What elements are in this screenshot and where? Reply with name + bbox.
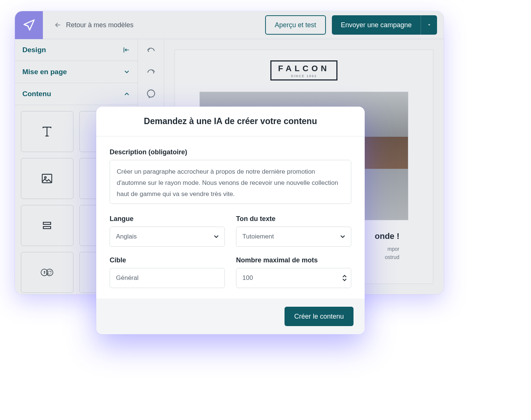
preview-button[interactable]: Aperçu et test xyxy=(265,15,326,35)
svg-rect-5 xyxy=(43,227,51,229)
ai-content-modal: Demandez à une IA de créer votre contenu… xyxy=(96,107,365,334)
svg-text:f: f xyxy=(44,270,45,275)
text-icon xyxy=(40,125,54,138)
modal-footer: Créer le contenu xyxy=(96,299,365,334)
app-logo[interactable] xyxy=(15,11,43,39)
svg-rect-4 xyxy=(43,222,51,225)
sidebar-label: Design xyxy=(22,46,46,54)
tone-select[interactable] xyxy=(236,227,351,247)
create-content-button[interactable]: Créer le contenu xyxy=(285,307,354,326)
redo-icon xyxy=(146,67,156,77)
target-input[interactable] xyxy=(110,268,225,288)
sidebar-section-content[interactable]: Contenu xyxy=(15,83,138,105)
language-label: Langue xyxy=(110,215,225,223)
brand-name: FALCON xyxy=(278,64,330,73)
sidebar-section-layout[interactable]: Mise en page xyxy=(15,61,138,83)
svg-point-2 xyxy=(45,177,46,178)
maxwords-input[interactable] xyxy=(236,268,351,288)
send-campaign-dropdown[interactable] xyxy=(421,15,437,35)
chat-icon xyxy=(146,89,156,99)
undo-button[interactable] xyxy=(146,46,156,56)
social-icon: f xyxy=(40,267,54,278)
arrow-left-icon xyxy=(54,21,62,29)
description-input[interactable] xyxy=(110,160,351,204)
target-label: Cible xyxy=(110,256,225,264)
image-icon xyxy=(41,172,53,185)
sidebar-section-design[interactable]: Design xyxy=(15,39,138,61)
comment-button[interactable] xyxy=(146,89,156,99)
tone-label: Ton du texte xyxy=(236,215,351,223)
undo-icon xyxy=(146,46,156,56)
sidebar-label: Mise en page xyxy=(22,68,67,76)
back-link[interactable]: Retour à mes modèles xyxy=(54,21,133,29)
sidebar-label: Contenu xyxy=(22,90,51,98)
tile-spacer[interactable] xyxy=(21,205,73,246)
send-campaign-group: Envoyer une campagne xyxy=(332,15,437,35)
description-label: Description (obligatoire) xyxy=(110,148,351,156)
send-campaign-button[interactable]: Envoyer une campagne xyxy=(332,15,421,35)
rows-icon xyxy=(41,219,53,232)
collapse-left-icon xyxy=(123,46,130,54)
topbar: Retour à mes modèles Aperçu et test Envo… xyxy=(15,11,444,39)
tile-social[interactable]: f xyxy=(21,252,73,293)
redo-button[interactable] xyxy=(146,67,156,77)
back-label: Retour à mes modèles xyxy=(66,21,133,29)
chevron-down-icon xyxy=(123,69,130,75)
modal-title: Demandez à une IA de créer votre contenu xyxy=(108,116,353,126)
language-select[interactable] xyxy=(110,227,225,247)
modal-body: Description (obligatoire) Langue Ton du … xyxy=(96,136,365,299)
caret-down-icon xyxy=(427,23,431,27)
chevron-up-icon xyxy=(123,91,130,97)
modal-header: Demandez à une IA de créer votre contenu xyxy=(96,107,365,136)
maxwords-label: Nombre maximal de mots xyxy=(236,256,351,264)
brand-logo: FALCON SINCE 1892 xyxy=(270,60,337,80)
tile-text[interactable] xyxy=(21,111,73,152)
brand-since: SINCE 1892 xyxy=(278,74,330,78)
tile-image[interactable] xyxy=(21,158,73,199)
paper-plane-icon xyxy=(22,18,36,32)
